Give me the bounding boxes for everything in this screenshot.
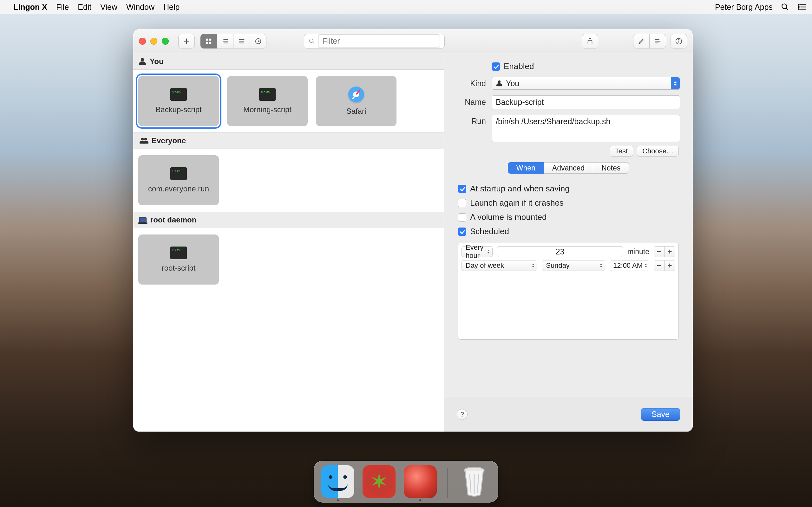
svg-line-24 (313, 42, 314, 43)
safari-icon (348, 87, 364, 102)
view-list2-button[interactable] (234, 34, 250, 49)
app-window: You Backup-script Morning-script Safari (133, 29, 693, 432)
search-icon (309, 38, 315, 44)
laptop-icon (139, 217, 147, 222)
people-icon (139, 137, 148, 144)
exec-icon (170, 246, 187, 259)
tab-advanced[interactable]: Advanced (544, 162, 593, 174)
detail-panel: Enabled Kind You Name Run (444, 53, 693, 432)
job-label: root-script (162, 264, 196, 273)
job-card[interactable]: Morning-script (227, 76, 308, 126)
filter-field[interactable] (304, 34, 445, 49)
notification-center-icon[interactable] (798, 3, 806, 10)
name-label: Name (457, 98, 486, 107)
dock (314, 461, 498, 503)
job-card[interactable]: com.everyone.run (138, 155, 219, 205)
view-list1-button[interactable] (217, 34, 234, 49)
exec-icon (170, 167, 187, 180)
dock-app-3[interactable] (404, 465, 437, 498)
svg-line-1 (786, 8, 788, 9)
dock-app-2[interactable] (362, 465, 396, 498)
window-controls (139, 38, 169, 45)
job-list[interactable]: You Backup-script Morning-script Safari (133, 53, 444, 432)
spotlight-icon[interactable] (781, 3, 789, 11)
svg-rect-12 (206, 42, 208, 43)
svg-point-4 (798, 6, 799, 7)
opt-startup-checkbox[interactable]: At startup and when saving (458, 184, 679, 193)
close-window-button[interactable] (139, 38, 146, 45)
dock-app-finder[interactable] (321, 465, 354, 498)
section-title: root daemon (150, 216, 196, 224)
titlebar (133, 29, 693, 53)
schedule-time-stepper[interactable]: 12:00 AM (610, 260, 649, 271)
choose-button[interactable]: Choose… (637, 146, 679, 157)
checkbox-icon (458, 213, 466, 222)
tab-when[interactable]: When (508, 162, 544, 174)
opt-label: A volume is mounted (470, 212, 547, 222)
opt-label: Launch again if it crashes (470, 198, 564, 208)
view-clock-button[interactable] (250, 34, 266, 49)
section-title: Everyone (152, 136, 186, 145)
job-card[interactable]: Backup-script (138, 76, 219, 126)
enabled-checkbox[interactable]: Enabled (492, 61, 534, 71)
zoom-window-button[interactable] (162, 38, 169, 45)
menu-help[interactable]: Help (163, 3, 180, 12)
popup-arrows-icon (671, 77, 680, 89)
filter-input[interactable] (318, 34, 440, 48)
schedule-freq-popup[interactable]: Every hour (461, 246, 493, 257)
save-button[interactable]: Save (641, 408, 680, 421)
view-grid-button[interactable] (200, 34, 217, 49)
add-button[interactable] (178, 34, 195, 49)
dock-trash[interactable] (458, 465, 491, 498)
run-input[interactable]: /bin/sh /Users/Shared/backup.sh (492, 115, 680, 142)
schedule-minute-input[interactable] (497, 246, 623, 257)
job-label: Backup-script (155, 105, 201, 114)
exec-icon (259, 88, 275, 101)
view-mode-segment (200, 34, 266, 49)
run-label: Run (457, 115, 486, 126)
menu-edit[interactable]: Edit (78, 3, 91, 12)
svg-rect-10 (206, 38, 208, 40)
menubar-app-label[interactable]: Peter Borg Apps (715, 3, 773, 12)
minimize-window-button[interactable] (150, 38, 157, 45)
opt-relaunch-checkbox[interactable]: Launch again if it crashes (458, 198, 679, 208)
opt-scheduled-checkbox[interactable]: Scheduled (458, 227, 679, 236)
schedule-box: Every hour minute − + Day of week Sunday (458, 243, 679, 340)
section-header-root: root daemon (133, 212, 444, 228)
kind-label: Kind (457, 79, 486, 88)
job-card[interactable]: root-script (138, 234, 219, 285)
remove-schedule-row-button[interactable]: − (654, 260, 664, 271)
schedule-row: Every hour minute − + (461, 246, 675, 257)
menu-view[interactable]: View (100, 3, 117, 12)
name-input[interactable] (492, 95, 680, 109)
section-header-you: You (133, 53, 444, 70)
add-schedule-row-button[interactable]: + (664, 260, 675, 271)
schedule-day-popup[interactable]: Sunday (542, 260, 605, 271)
job-card[interactable]: Safari (316, 76, 397, 126)
svg-point-6 (798, 9, 799, 9)
content: You Backup-script Morning-script Safari (133, 53, 693, 432)
edit-lines-button[interactable] (650, 34, 666, 49)
opt-volume-checkbox[interactable]: A volume is mounted (458, 212, 679, 222)
add-schedule-row-button[interactable]: + (664, 246, 675, 257)
svg-rect-13 (209, 42, 211, 43)
info-button[interactable] (670, 34, 687, 49)
kind-value: You (506, 79, 519, 88)
help-button[interactable]: ? (457, 409, 467, 420)
test-button[interactable]: Test (610, 146, 633, 157)
kind-popup[interactable]: You (492, 77, 680, 90)
menu-file[interactable]: File (56, 3, 69, 12)
menu-window[interactable]: Window (126, 3, 154, 12)
share-button[interactable] (582, 34, 598, 49)
enabled-label: Enabled (504, 61, 534, 71)
remove-schedule-row-button[interactable]: − (654, 246, 664, 257)
svg-point-23 (310, 39, 313, 43)
tab-notes[interactable]: Notes (593, 162, 629, 174)
app-menu[interactable]: Lingon X (13, 3, 47, 12)
schedule-type-popup[interactable]: Day of week (461, 260, 537, 271)
section-title: You (150, 57, 164, 66)
edit-pencil-button[interactable] (633, 34, 650, 49)
opt-label: Scheduled (470, 227, 509, 236)
job-label: Safari (346, 107, 366, 116)
svg-point-32 (678, 39, 679, 40)
